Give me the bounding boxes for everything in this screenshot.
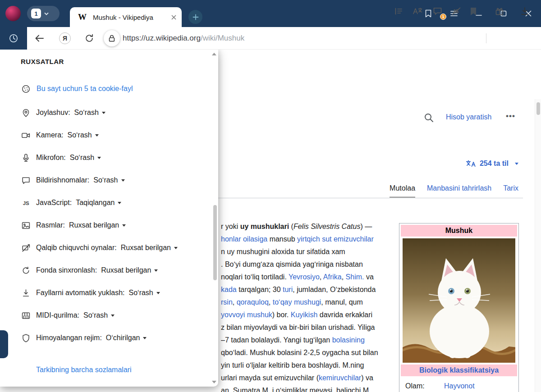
article-line: qboʻladi. Mushuk bolasini 2-2,5 oygacha …: [221, 346, 398, 359]
downloads-button[interactable]: [518, 4, 532, 18]
article-line: an, Sumatra M. i oʻsimliklar mevasi, bal…: [221, 384, 398, 392]
wiki-link[interactable]: yirtqich sut emizuvchilar: [297, 235, 374, 243]
permission-value-dropdown[interactable]: Soʻrash: [74, 109, 105, 117]
page-scrollbar[interactable]: [535, 99, 541, 392]
all-content-settings-link[interactable]: Tarkibning barcha sozlamalari: [36, 366, 132, 374]
wiki-link[interactable]: Yevrosiyo: [289, 273, 320, 281]
article-line: z bilan miyovlaydi va bir-biri bilan uri…: [221, 321, 398, 334]
permission-value-dropdown[interactable]: Ruxsat berilgan: [101, 266, 158, 274]
reader-mode-icon: [394, 7, 403, 16]
cookies-link[interactable]: Bu sayt uchun 5 ta cookie-fayl: [37, 85, 133, 93]
article-tab-mutolaa[interactable]: Mutolaa: [390, 184, 415, 197]
svg-text:JS: JS: [453, 9, 458, 14]
tab-group-button[interactable]: 1: [27, 6, 60, 21]
translate-button[interactable]: [410, 4, 425, 18]
permission-value-dropdown[interactable]: Soʻrash: [93, 176, 124, 184]
language-count-label: 254 ta til: [480, 160, 509, 168]
permission-value-dropdown[interactable]: Ruxsat berilgan: [69, 221, 126, 229]
wiki-more-menu[interactable]: •••: [506, 112, 515, 121]
panel-scrollbar-thumb[interactable]: [213, 205, 217, 280]
javascript-icon: JS: [21, 198, 31, 208]
tab-group-count: 1: [31, 9, 41, 18]
javascript-blocked-icon: JS: [451, 7, 461, 16]
permission-rows: Joylashuv:SoʻrashKamera:SoʻrashMikrofon:…: [0, 101, 207, 349]
download-icon: [520, 6, 530, 16]
wiki-link[interactable]: Afrika: [323, 273, 342, 281]
chevron-down-icon: [111, 315, 115, 317]
panel-scroll-up-icon[interactable]: [212, 53, 216, 55]
address-bar[interactable]: https://uz.wikipedia.org/wiki/Mushuk: [123, 27, 244, 50]
wiki-search-icon[interactable]: [422, 111, 436, 124]
new-tab-button[interactable]: [188, 10, 202, 24]
article-tab-tarix[interactable]: Tarix: [503, 184, 518, 197]
create-account-link[interactable]: Hisob yaratish: [446, 113, 491, 121]
permission-row: MIDI-qurilma:Soʻrash: [0, 304, 207, 327]
article-line: r yoki uy mushuklari (Felis Silvestris C…: [221, 220, 398, 233]
tab-title: Mushuk - Vikipediya: [93, 14, 171, 21]
permission-label: Kamera:: [36, 131, 63, 139]
panel-scroll-down-icon[interactable]: [212, 381, 216, 383]
wiki-link[interactable]: bolasining: [332, 336, 365, 344]
article-line: yovvoyi mushuk) bor. Kuyikish davrida er…: [221, 309, 398, 321]
chevron-down-icon: [143, 337, 147, 339]
wiki-link[interactable]: Shim.: [346, 273, 364, 281]
tab-close-icon[interactable]: [171, 15, 176, 20]
bookmark-icon: [470, 7, 477, 16]
permission-value-dropdown[interactable]: Soʻrash: [129, 289, 160, 297]
permission-row: Himoyalangan rejim:Oʻchirilgan: [0, 327, 207, 349]
reader-mode-button[interactable]: [391, 4, 406, 18]
wiki-link[interactable]: rsin: [221, 298, 233, 306]
permission-value-dropdown[interactable]: Soʻrash: [83, 311, 115, 319]
permission-value-dropdown[interactable]: Taqiqlangan: [76, 199, 121, 207]
taxobox: Mushuk: [399, 223, 519, 392]
permission-label: Fayllarni avtomatik yuklash:: [36, 289, 125, 297]
wiki-link[interactable]: turi: [283, 286, 293, 293]
notifications-icon: [21, 176, 31, 185]
wiki-link[interactable]: honlar oilasiga: [221, 235, 267, 243]
article-line: rsin, qoraquloq, toʻqay mushugi, manul, …: [221, 296, 398, 309]
permission-label: JavaScript:: [36, 199, 72, 207]
history-clock-icon[interactable]: [9, 33, 18, 43]
article-tab-manbasini-tahrirlash[interactable]: Manbasini tahrirlash: [427, 184, 491, 197]
site-info-lock-button[interactable]: [104, 30, 120, 46]
chevron-down-icon: [121, 179, 125, 182]
javascript-blocked-button[interactable]: JS: [449, 4, 463, 18]
cat-photo[interactable]: [403, 238, 515, 363]
browser-window: Hisob yaratish ••• 254 ta til MutolaaMan…: [0, 0, 541, 392]
comments-count-badge: 1: [440, 14, 446, 20]
article-line: honlar oilasiga mansub yirtqich sut emiz…: [221, 233, 398, 246]
wiki-link[interactable]: qoraquloq: [237, 298, 269, 306]
chevron-down-icon: [97, 157, 101, 159]
comments-button[interactable]: 1: [430, 4, 445, 18]
wiki-link[interactable]: yovvoyi mushuk: [221, 311, 272, 319]
taxobox-title: Mushuk: [401, 225, 517, 237]
wiki-link[interactable]: kemiruvchilar: [319, 374, 361, 382]
chevron-down-icon: [95, 134, 99, 137]
permission-value-dropdown[interactable]: Soʻrash: [70, 154, 101, 162]
wiki-link[interactable]: kada: [221, 286, 237, 293]
yandex-button[interactable]: Я: [58, 31, 72, 46]
chevron-down-icon: [122, 224, 126, 227]
translate-languages-icon: [466, 160, 477, 167]
bookmark-button[interactable]: [466, 4, 481, 18]
toolbar-divider: [486, 33, 486, 43]
article-line: . Boʻyi dumgʻaza qismida yagʻriniga nisb…: [221, 258, 398, 271]
permission-row: Mikrofon:Soʻrash: [0, 146, 207, 169]
profile-avatar[interactable]: [5, 6, 21, 21]
chevron-down-icon: [118, 202, 121, 204]
reload-button[interactable]: [82, 31, 96, 46]
permission-value-dropdown[interactable]: Oʻchirilgan: [106, 334, 147, 342]
back-button[interactable]: [32, 31, 47, 46]
permission-value-dropdown[interactable]: Ruxsat berilgan: [121, 244, 178, 252]
page-scrollbar-thumb[interactable]: [536, 102, 540, 115]
permission-value-dropdown[interactable]: Soʻrash: [67, 131, 98, 139]
wiki-link[interactable]: toʻqay mushugi: [273, 298, 321, 306]
extensions-button[interactable]: [492, 4, 507, 18]
midi-icon: [21, 311, 31, 320]
images-icon: [21, 221, 31, 230]
infobox-value-link[interactable]: Hayvonot: [444, 382, 475, 390]
browser-tab[interactable]: W Mushuk - Vikipediya: [70, 7, 182, 27]
language-selector-button[interactable]: 254 ta til: [466, 160, 518, 168]
wiki-link[interactable]: Kuyikish: [291, 311, 318, 319]
sidebar-handle[interactable]: [0, 330, 8, 358]
